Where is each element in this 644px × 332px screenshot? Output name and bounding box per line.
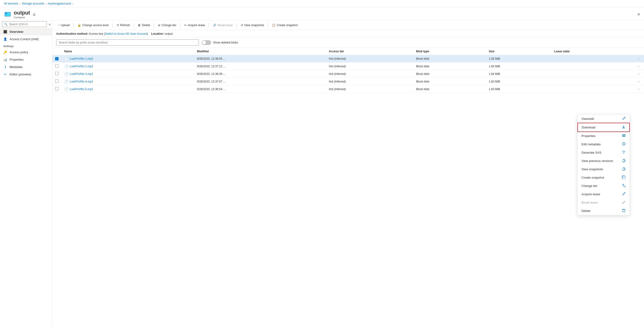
row-more-button[interactable]: ···: [636, 64, 641, 68]
view-snapshots-icon: ↺: [241, 24, 243, 27]
acquire-lease-button[interactable]: ✏ Acquire lease: [182, 22, 207, 28]
ctx-item-download[interactable]: Download: [578, 123, 630, 132]
svg-rect-6: [622, 135, 626, 136]
ctx-item-icon-properties: [622, 134, 626, 138]
file-name-label[interactable]: LowPriVMs-2.mp3: [70, 65, 93, 68]
sidebar-item-overview[interactable]: ⬛ Overview: [0, 28, 52, 36]
access-policy-icon: 🔑: [3, 50, 7, 54]
row-size: 1.83 MiB: [486, 78, 551, 86]
break-lease-label: Break lease: [218, 24, 232, 27]
print-icon[interactable]: 🖨: [32, 12, 36, 16]
change-access-level-label: Change access level: [82, 24, 109, 27]
ctx-item-change-tier[interactable]: Change tier: [578, 182, 630, 190]
row-more-button[interactable]: ···: [636, 56, 641, 61]
row-checkbox[interactable]: [55, 87, 58, 90]
row-checkbox-cell[interactable]: [52, 62, 61, 70]
breadcrumb-sep-3: ›: [72, 2, 73, 5]
row-lease-state: [551, 78, 633, 86]
create-snapshot-button[interactable]: 📋 Create snapshot: [270, 22, 300, 28]
toolbar-sep-2: [112, 23, 113, 28]
row-more-button[interactable]: ···: [636, 87, 641, 91]
delete-button[interactable]: 🗑 Delete: [136, 22, 152, 28]
file-name-label[interactable]: LowPriVMs-3.mp3: [70, 72, 93, 76]
file-icon: 📄: [64, 87, 68, 91]
sidebar-search-input[interactable]: [9, 22, 45, 26]
row-checkbox[interactable]: [55, 72, 58, 75]
row-more-cell: ···: [633, 62, 644, 70]
properties-icon: 📊: [3, 58, 7, 61]
change-access-level-button[interactable]: 🔒 Change access level: [76, 22, 110, 28]
ctx-item-create-snapshot[interactable]: Create snapshot: [578, 173, 630, 182]
row-more-button[interactable]: ···: [636, 80, 641, 84]
search-icon: 🔍: [4, 22, 8, 26]
change-tier-label: Change tier: [162, 24, 176, 27]
ctx-item-icon-view-snapshots: [622, 167, 626, 172]
ctx-item-view-snapshots[interactable]: View snapshots: [578, 165, 630, 173]
breadcrumb-storage-accounts[interactable]: Storage accounts: [22, 2, 44, 5]
row-checkbox-cell[interactable]: [52, 55, 61, 62]
sidebar-item-properties[interactable]: 📊 Properties: [0, 56, 52, 63]
row-checkbox[interactable]: [55, 57, 58, 60]
blob-search-input[interactable]: [56, 40, 199, 46]
sidebar-item-access-policy[interactable]: 🔑 Access policy: [0, 48, 52, 56]
sidebar-item-access-control[interactable]: 👤 Access Control (IAM): [0, 36, 52, 43]
row-checkbox[interactable]: [55, 64, 58, 68]
sidebar-search-box[interactable]: 🔍: [2, 22, 47, 27]
ctx-item-edit-metadata[interactable]: Edit metadata: [578, 140, 630, 148]
toolbar-sep-3: [134, 23, 134, 28]
row-name: 📄 LowPriVMs-4.mp3: [61, 78, 194, 86]
col-lease-state[interactable]: Lease state: [551, 48, 633, 55]
ctx-item-label-create-snapshot: Create snapshot: [582, 176, 604, 179]
table-row: 📄 LowPriVMs-3.mp3 9/28/2020, 12:36:39 ..…: [52, 70, 644, 78]
view-snapshots-button[interactable]: ↺ View snapshots: [239, 22, 266, 28]
col-modified[interactable]: Modified: [194, 48, 326, 55]
access-control-icon: 👤: [3, 37, 7, 41]
refresh-button[interactable]: ↺ Refresh: [115, 22, 132, 28]
ctx-item-acquire-lease[interactable]: Acquire lease: [578, 190, 630, 198]
file-name-label[interactable]: LowPriVMs-4.mp3: [70, 80, 93, 83]
ctx-item-label-change-tier: Change tier: [582, 184, 598, 188]
row-name: 📄 LowPriVMs-3.mp3: [61, 70, 194, 78]
sidebar-item-editor[interactable]: ✏ Editor (preview): [0, 71, 52, 78]
filter-bar: Show deleted blobs: [52, 38, 644, 48]
row-checkbox-cell[interactable]: [52, 70, 61, 78]
breadcrumb-mystorageaccount[interactable]: mystorageaccount: [48, 2, 71, 5]
ctx-item-properties[interactable]: Properties: [578, 132, 630, 140]
file-name-label[interactable]: LowPriVMs-1.mp3: [70, 57, 93, 60]
breadcrumb-all-services[interactable]: All services: [4, 2, 18, 5]
page-header: output Container 🖨 ✕: [0, 7, 644, 20]
row-more-cell: ···: [633, 78, 644, 86]
create-snapshot-icon: 📋: [272, 24, 276, 27]
page-subtitle: Container: [14, 16, 30, 19]
row-checkbox[interactable]: [55, 80, 58, 83]
col-access-tier[interactable]: Access tier: [326, 48, 413, 55]
ctx-item-generate-sas[interactable]: Generate SAS: [578, 148, 630, 157]
col-actions: [633, 48, 644, 55]
switch-account-link[interactable]: Switch to Azure AD User Account: [105, 32, 147, 36]
col-blob-type[interactable]: Blob type: [413, 48, 486, 55]
context-menu: View/edit Download Properties Edit metad…: [578, 114, 630, 215]
show-deleted-toggle[interactable]: [202, 40, 211, 45]
editor-icon: ✏: [3, 72, 7, 76]
row-checkbox-cell[interactable]: [52, 78, 61, 86]
ctx-item-delete[interactable]: Delete: [578, 207, 630, 215]
row-checkbox-cell[interactable]: [52, 86, 61, 93]
file-name-label[interactable]: LowPriVMs-5.mp3: [70, 88, 93, 91]
page-title: output: [14, 10, 30, 16]
col-name[interactable]: Name: [61, 48, 194, 55]
collapse-icon[interactable]: «: [49, 22, 51, 26]
ctx-item-view-previous-versions[interactable]: View previous versions: [578, 157, 630, 165]
close-icon[interactable]: ✕: [637, 12, 640, 17]
ctx-item-icon-change-tier: [622, 184, 626, 188]
ctx-item-view-edit[interactable]: View/edit: [578, 115, 630, 123]
change-tier-button[interactable]: ⇄ Change tier: [156, 22, 178, 28]
col-size[interactable]: Size: [486, 48, 551, 55]
row-blob-type: Block blob: [413, 86, 486, 93]
sidebar-item-metadata[interactable]: ℹ Metadata: [0, 63, 52, 71]
table-row: 📄 LowPriVMs-4.mp3 9/28/2020, 12:37:07 ..…: [52, 78, 644, 86]
break-lease-button[interactable]: 🔗 Break lease: [211, 22, 234, 28]
row-modified: 9/28/2020, 12:36:54 ...: [194, 86, 326, 93]
file-icon: 📄: [64, 72, 68, 76]
upload-button[interactable]: ↑ Upload: [56, 22, 72, 28]
row-more-button[interactable]: ···: [636, 72, 641, 76]
